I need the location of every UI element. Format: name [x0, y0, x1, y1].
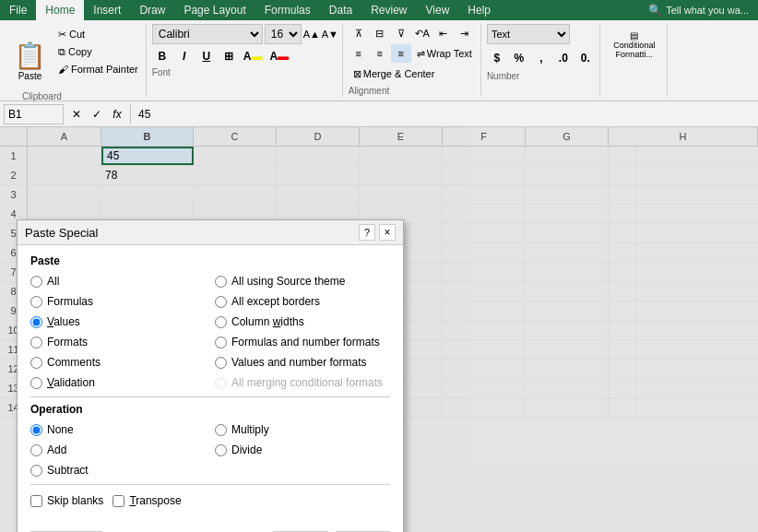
table-cell[interactable] — [526, 321, 609, 339]
paste-all-option[interactable]: All — [30, 273, 206, 290]
tab-formulas[interactable]: Formulas — [255, 0, 320, 20]
table-cell[interactable] — [609, 166, 636, 184]
paste-formulas-option[interactable]: Formulas — [30, 293, 206, 310]
tab-home[interactable]: Home — [36, 0, 84, 20]
table-cell[interactable] — [443, 243, 526, 262]
table-cell[interactable] — [609, 205, 636, 223]
paste-values-num-radio[interactable] — [215, 357, 227, 369]
tab-review[interactable]: Review — [361, 0, 416, 20]
table-cell[interactable] — [526, 282, 609, 301]
table-cell[interactable]: 45 — [101, 147, 194, 165]
align-right-button[interactable]: ≡ — [391, 44, 411, 63]
paste-except-borders-radio[interactable] — [215, 296, 227, 308]
dialog-help-button[interactable]: ? — [359, 224, 375, 241]
indent-decrease-button[interactable]: ⇤ — [433, 24, 454, 42]
col-header-b[interactable]: B — [101, 127, 194, 146]
col-header-f[interactable]: F — [443, 127, 526, 146]
table-cell[interactable] — [443, 301, 526, 320]
table-cell[interactable] — [443, 398, 526, 417]
table-cell[interactable]: 78 — [101, 166, 194, 184]
table-cell[interactable] — [443, 321, 526, 339]
paste-col-widths-option[interactable]: Column widths — [215, 313, 390, 330]
table-cell[interactable] — [360, 185, 443, 204]
search-box[interactable]: 🔍 Tell what you wa... — [639, 0, 758, 20]
table-cell[interactable] — [526, 360, 609, 378]
tab-file[interactable]: File — [0, 0, 36, 20]
table-cell[interactable] — [526, 340, 609, 359]
paste-values-num-option[interactable]: Values and number formats — [215, 354, 390, 371]
paste-values-radio[interactable] — [30, 316, 42, 328]
table-cell[interactable] — [609, 224, 636, 242]
table-cell[interactable] — [526, 301, 609, 320]
table-cell[interactable] — [277, 166, 360, 184]
tab-view[interactable]: View — [417, 0, 459, 20]
table-cell[interactable] — [526, 185, 609, 204]
align-bottom-button[interactable]: ⊽ — [391, 24, 411, 42]
table-cell[interactable] — [526, 398, 609, 417]
table-cell[interactable] — [526, 166, 609, 184]
table-cell[interactable] — [443, 379, 526, 397]
table-cell[interactable] — [443, 185, 526, 204]
col-header-a[interactable]: A — [28, 127, 101, 146]
align-top-button[interactable]: ⊼ — [349, 24, 369, 42]
table-cell[interactable] — [609, 263, 636, 281]
wrap-text-button[interactable]: ⇌ Wrap Text — [412, 44, 477, 63]
col-header-e[interactable]: E — [360, 127, 443, 146]
confirm-formula-button[interactable]: ✓ — [88, 105, 106, 124]
text-direction-button[interactable]: ↶A — [412, 24, 432, 42]
paste-except-borders-option[interactable]: All except borders — [215, 293, 390, 310]
italic-button[interactable]: I — [174, 46, 195, 66]
underline-button[interactable]: U — [196, 46, 217, 66]
col-header-g[interactable]: G — [526, 127, 609, 146]
table-cell[interactable] — [609, 243, 636, 262]
fill-color-button[interactable]: A▬ — [241, 46, 266, 66]
table-cell[interactable] — [194, 147, 277, 165]
paste-merge-cond-option[interactable]: All merging conditional formats — [215, 374, 390, 391]
paste-col-widths-radio[interactable] — [215, 316, 227, 328]
table-cell[interactable] — [609, 321, 636, 339]
formula-input[interactable] — [135, 104, 754, 124]
paste-all-source-option[interactable]: All using Source theme — [215, 273, 390, 290]
increase-font-size-button[interactable]: A▲ — [303, 24, 320, 44]
table-cell[interactable] — [526, 379, 609, 397]
paste-formulas-radio[interactable] — [30, 296, 42, 308]
col-header-c[interactable]: C — [194, 127, 277, 146]
tab-data[interactable]: Data — [320, 0, 361, 20]
dialog-close-button[interactable]: × — [379, 224, 396, 241]
number-format-select[interactable]: Text — [487, 24, 570, 44]
table-cell[interactable] — [443, 224, 526, 242]
conditional-formatting-button[interactable]: ▤ Conditional Formatti... — [606, 24, 663, 65]
table-cell[interactable] — [609, 360, 636, 378]
tab-draw[interactable]: Draw — [130, 0, 174, 20]
indent-increase-button[interactable]: ⇥ — [455, 24, 475, 42]
align-middle-button[interactable]: ⊟ — [370, 24, 390, 42]
cut-button[interactable]: ✂ Cut — [54, 26, 142, 42]
borders-button[interactable]: ⊞ — [219, 46, 239, 66]
insert-function-button[interactable]: fx — [108, 105, 126, 124]
currency-button[interactable]: $ — [487, 48, 507, 68]
table-cell[interactable] — [443, 205, 526, 223]
comma-button[interactable]: , — [531, 48, 551, 68]
paste-all-source-radio[interactable] — [215, 276, 227, 288]
bold-button[interactable]: B — [152, 46, 172, 66]
paste-button[interactable]: 📋 Paste — [7, 24, 53, 97]
table-cell[interactable] — [28, 147, 101, 165]
font-color-button[interactable]: A▬ — [266, 46, 291, 66]
col-header-d[interactable]: D — [277, 127, 360, 146]
paste-comments-option[interactable]: Comments — [30, 354, 206, 371]
table-cell[interactable] — [277, 147, 360, 165]
table-cell[interactable] — [443, 340, 526, 359]
tab-page-layout[interactable]: Page Layout — [174, 0, 255, 20]
table-cell[interactable] — [443, 147, 526, 165]
paste-formulas-num-option[interactable]: Formulas and number formats — [215, 334, 390, 350]
paste-validation-radio[interactable] — [30, 377, 42, 389]
font-size-select[interactable]: 16 — [265, 24, 302, 44]
table-cell[interactable] — [609, 147, 636, 165]
table-cell[interactable] — [609, 185, 636, 204]
cell-reference-input[interactable] — [4, 104, 64, 124]
table-cell[interactable] — [526, 224, 609, 242]
col-header-h[interactable]: H — [609, 127, 758, 146]
table-cell[interactable] — [609, 340, 636, 359]
table-cell[interactable] — [28, 166, 101, 184]
paste-formats-radio[interactable] — [30, 337, 42, 349]
